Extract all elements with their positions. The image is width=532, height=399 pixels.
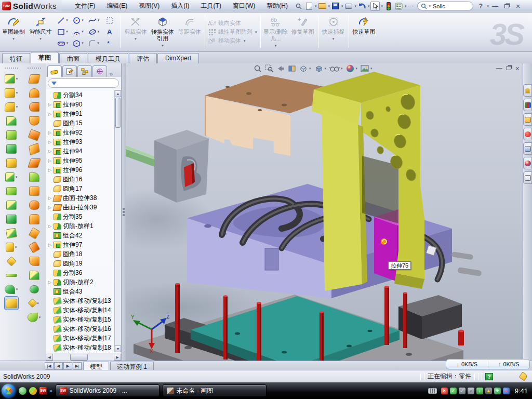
update-check-icon[interactable]: ✓: [459, 388, 466, 394]
undo-button[interactable]: [357, 2, 367, 11]
feature-tool-icon-2[interactable]: ▾: [5, 86, 19, 100]
tree-item[interactable]: 实体-移动/复制16: [48, 324, 121, 334]
surface-tool-icon-18[interactable]: ▾: [28, 310, 42, 324]
surface-tool-icon-3[interactable]: [29, 100, 39, 114]
spline-tool[interactable]: ▾: [86, 15, 102, 26]
rebuild-traffic-light-icon[interactable]: [384, 2, 393, 11]
restore-button[interactable]: [502, 2, 511, 10]
tree-item[interactable]: 圆角15: [48, 118, 121, 128]
quick-snaps-dropdown[interactable]: ▾: [332, 35, 335, 42]
next-tab-button[interactable]: ▶: [63, 362, 72, 370]
tree-item[interactable]: ▷曲面-拉伸39: [48, 203, 121, 212]
menu-help[interactable]: 帮助(H): [261, 0, 294, 12]
menu-file[interactable]: 文件(F): [69, 0, 101, 12]
tree-item[interactable]: 实体-移动/复制18: [48, 343, 121, 352]
tree-item[interactable]: ▷拉伸95: [48, 156, 121, 165]
featuremanager-tree-tab[interactable]: [47, 65, 62, 77]
edit-appearance-icon[interactable]: ▾: [346, 64, 358, 73]
feature-tool-icon-3[interactable]: ▾: [5, 100, 19, 114]
tree-item[interactable]: ▷拉伸96: [48, 165, 121, 175]
tree-item[interactable]: 实体-移动/复制15: [48, 315, 121, 324]
rail-right-dark[interactable]: [398, 295, 462, 339]
tab-evaluate[interactable]: 评估: [129, 53, 157, 63]
tree-item[interactable]: ▷拉伸90: [48, 100, 121, 109]
convert-entities-button[interactable]: 转换实体引用 ▾: [150, 14, 176, 50]
tree-item[interactable]: 分割34: [48, 90, 121, 100]
tree-item[interactable]: ▷拉伸92: [48, 128, 121, 137]
menu-edit[interactable]: 编辑(E): [101, 0, 133, 12]
repair-sketch-button[interactable]: + 修复草图: [290, 14, 316, 50]
graphics-viewport[interactable]: ▾ ▾ ▾ ▾ ▾ — × 拉伸75 Y Z X: [126, 63, 523, 361]
save-button[interactable]: [331, 2, 340, 11]
feature-tool-icon-16[interactable]: ▾: [5, 282, 19, 296]
slot-tool[interactable]: ▾: [55, 37, 71, 49]
dimxpertmanager-tab[interactable]: [92, 65, 107, 77]
print-dropdown[interactable]: ▾: [354, 4, 356, 8]
feature-tool-icon-7[interactable]: [6, 156, 17, 170]
tree-item[interactable]: 组合42: [48, 231, 121, 240]
circle-tool[interactable]: ▾: [71, 15, 86, 26]
taskbar-button-paint[interactable]: 未命名 - 画图: [163, 384, 267, 397]
solidworks-quick-launch-icon[interactable]: SW: [39, 387, 47, 394]
offset-entities-button[interactable]: 等距实体: [177, 14, 203, 50]
section-view-icon[interactable]: [288, 64, 296, 73]
scroll-left-button[interactable]: ◀: [46, 354, 53, 361]
search-box[interactable]: ▾ Solic: [417, 2, 473, 10]
messenger-icon[interactable]: [19, 387, 26, 395]
feature-tool-icon-10[interactable]: [6, 198, 17, 212]
tree-item[interactable]: 组合43: [48, 287, 121, 296]
help-dropdown[interactable]: ▾: [487, 4, 489, 8]
rapid-sketch-button[interactable]: 快速草图: [351, 14, 377, 50]
tree-item[interactable]: ▷曲面-拉伸38: [48, 193, 121, 203]
smart-dimension-dropdown[interactable]: ▾: [39, 35, 42, 42]
help-button[interactable]: ?: [476, 2, 486, 10]
select-button[interactable]: [370, 2, 380, 11]
move-entities-dropdown[interactable]: ▾: [244, 39, 246, 43]
trim-entities-button[interactable]: 剪裁实体 ▾: [123, 14, 149, 50]
trim-dropdown[interactable]: ▾: [135, 35, 137, 42]
ellipse-tool[interactable]: ▾: [86, 26, 102, 37]
file-explorer-tab[interactable]: [523, 113, 532, 126]
scroll-right-button[interactable]: ▶: [114, 354, 121, 361]
tree-filter-input[interactable]: [48, 78, 119, 88]
feature-tool-icon-11[interactable]: [6, 212, 17, 226]
display-style-icon[interactable]: ▾: [314, 64, 327, 73]
tree-vertical-scrollbar[interactable]: ▲ ▼: [114, 90, 121, 352]
feature-tool-icon-4[interactable]: [6, 114, 17, 128]
sketch-draw-button[interactable]: 草图绘制 ▾: [1, 14, 26, 50]
keyboard-layout-icon[interactable]: [428, 388, 437, 394]
design-library-tab[interactable]: [523, 99, 532, 111]
tree-item[interactable]: ▷拉伸91: [48, 109, 121, 118]
surface-tool-icon-6[interactable]: [29, 142, 39, 156]
tree-item[interactable]: 圆角18: [48, 249, 121, 259]
surface-tool-icon-15[interactable]: [29, 268, 39, 282]
surface-tool-icon-13[interactable]: [30, 240, 38, 254]
view-palette-tab[interactable]: [523, 142, 532, 155]
smart-dimension-button[interactable]: 智能尺寸 ▾: [28, 14, 54, 50]
move-entities-button[interactable]: 移动实体 ▾: [208, 37, 258, 45]
polygon-tool[interactable]: ▾: [71, 37, 86, 49]
tab-mold-tools[interactable]: 模具工具: [88, 53, 128, 63]
tab-surfaces[interactable]: 曲面: [59, 53, 87, 63]
antivirus-shield-icon[interactable]: ×: [441, 388, 448, 394]
tree-item[interactable]: 实体-移动/复制17: [48, 334, 121, 343]
surface-tool-icon-11[interactable]: [29, 212, 39, 226]
doc-close-button[interactable]: ×: [515, 64, 520, 73]
last-tab-button[interactable]: ▶|: [73, 362, 82, 370]
tree-item[interactable]: 实体-移动/复制13: [48, 296, 121, 305]
view-orientation-icon[interactable]: ▾: [299, 64, 312, 73]
menu-insert[interactable]: 插入(I): [165, 0, 195, 12]
select-dropdown[interactable]: ▾: [381, 4, 383, 8]
scroll-down-button[interactable]: ▼: [115, 345, 121, 352]
convert-dropdown[interactable]: ▾: [162, 42, 164, 49]
appearances-tab[interactable]: [523, 157, 532, 169]
tree-item[interactable]: ▷切除-放样1: [48, 221, 121, 231]
tab-dimxpert[interactable]: DimXpert: [157, 53, 199, 63]
save-dropdown[interactable]: ▾: [341, 4, 343, 8]
surface-tool-icon-7[interactable]: [29, 156, 39, 170]
taskbar-button-solidworks[interactable]: SW SolidWorks 2009 - ...: [56, 384, 159, 397]
surface-tool-icon-5[interactable]: [29, 128, 39, 142]
surface-tool-icon-14[interactable]: [29, 254, 39, 268]
doc-restore-button[interactable]: [507, 64, 511, 73]
more-tools-icon[interactable]: ⋯: [408, 3, 414, 9]
